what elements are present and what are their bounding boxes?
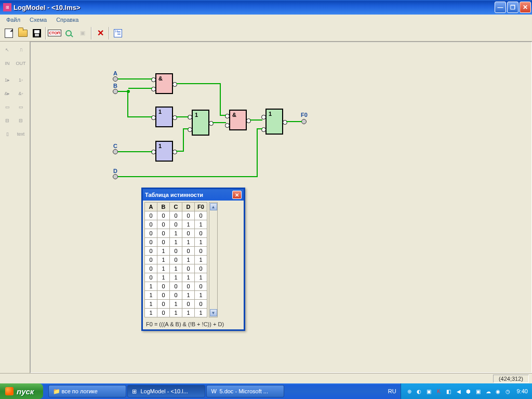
wire [250, 119, 262, 121]
open-button[interactable] [16, 26, 30, 40]
nand-gate-tool[interactable]: &◦ [15, 87, 27, 100]
input-node-d[interactable] [113, 174, 118, 179]
taskbar-item-0[interactable]: 📁все по логике [48, 385, 126, 397]
input-node-c[interactable] [113, 149, 118, 154]
truth-table-titlebar[interactable]: Таблица истинности ✕ [143, 189, 244, 201]
display-tool[interactable]: ▯ [1, 128, 14, 140]
truth-header: C [170, 203, 182, 211]
wire [286, 121, 302, 122]
input-tool[interactable]: IN [1, 57, 14, 70]
wire [257, 128, 262, 129]
wire-tool[interactable]: ⎍ [15, 44, 27, 56]
wire [257, 128, 258, 177]
input-node-b[interactable] [113, 89, 118, 94]
wire [220, 83, 221, 115]
taskbar-items: 📁все по логике ⊞LogModel - <10.l... W5.d… [43, 383, 383, 399]
nor-gate-tool[interactable]: 1◦ [15, 74, 27, 86]
truth-header: F0 [195, 203, 207, 211]
gate-not-b[interactable]: 1 [155, 107, 173, 127]
truth-table-title: Таблица истинности [145, 192, 232, 198]
statusbar: (424;312) [0, 373, 532, 383]
close-button[interactable]: ✕ [520, 2, 531, 13]
tray-icon[interactable]: ◀ [455, 387, 463, 395]
separator [45, 27, 46, 39]
table-row: 10011 [145, 291, 207, 300]
status-coords: (424;312) [493, 375, 529, 383]
stop-button[interactable]: СТОП [48, 26, 61, 40]
truth-table-close-button[interactable]: ✕ [232, 191, 242, 199]
truthtable-button[interactable] [111, 26, 125, 40]
label-f0: F0 [301, 112, 308, 118]
menu-help[interactable]: Справка [52, 16, 83, 24]
wire [127, 116, 152, 117]
label-d: D [113, 168, 117, 174]
gate-or-2[interactable]: 1 [265, 109, 283, 135]
tool-palette: ↖⎍ INOUT 1▸1◦ &▸&◦ ▭▭ ⊟⊟ ▯text [0, 42, 30, 373]
tray-icon[interactable]: ◉ [494, 387, 502, 395]
gate-tool-3[interactable]: ▭ [1, 101, 14, 113]
table-row: 01111 [145, 273, 207, 282]
canvas-grid [31, 42, 531, 373]
start-button[interactable]: пуск [0, 383, 43, 399]
list-icon [114, 29, 122, 37]
gate-or-1[interactable]: 1 [192, 110, 209, 136]
gate-not-c[interactable]: 1 [155, 141, 173, 162]
titlebar: ⊞ LogModel - <10.lms> — ❐ ✕ [0, 0, 532, 15]
minimize-button[interactable]: — [495, 2, 506, 13]
gate-tool-4[interactable]: ▭ [15, 101, 27, 113]
menubar: Файл Схема Справка [0, 15, 532, 25]
taskbar-item-1[interactable]: ⊞LogModel - <10.l... [127, 385, 205, 397]
wire [176, 151, 183, 152]
toolbar: СТОП ▣ ✕ [0, 25, 532, 42]
zoom-button[interactable] [62, 26, 75, 40]
gate-tool-5[interactable]: ⊟ [1, 114, 14, 127]
tray-clock[interactable]: 9:40 [517, 388, 528, 394]
wire [118, 151, 152, 152]
folder-icon: 📁 [53, 388, 59, 394]
tray-icon[interactable]: ◐ [415, 387, 423, 395]
truth-table-window[interactable]: Таблица истинности ✕ ABCDF0 000000001100… [141, 188, 245, 331]
taskbar-item-2[interactable]: W5.doc - Microsoft ... [206, 385, 284, 397]
or-gate-tool[interactable]: 1▸ [1, 74, 14, 86]
tray-icon[interactable]: ☁ [484, 387, 493, 395]
run-button: ▣ [76, 26, 89, 40]
app-icon: ⊞ [132, 388, 138, 394]
table-row: 10000 [145, 282, 207, 291]
gate-and-1[interactable]: & [155, 73, 173, 94]
wire [127, 91, 128, 117]
maximize-button[interactable]: ❐ [507, 2, 518, 13]
gate-and-2[interactable]: & [229, 110, 247, 130]
tray-icon[interactable]: ◷ [504, 387, 512, 395]
wire [177, 83, 220, 84]
table-row: 10111 [145, 309, 207, 317]
truth-table-scrollbar[interactable]: ▲ ▼ [209, 202, 218, 317]
output-node-f0[interactable] [301, 119, 307, 124]
pointer-tool[interactable]: ↖ [1, 44, 14, 56]
truth-header: B [157, 203, 170, 211]
text-tool[interactable]: text [15, 128, 27, 140]
tray-icon[interactable]: ◧ [445, 387, 453, 395]
canvas[interactable]: A B C D & 1 1 1 & 1 [30, 42, 532, 373]
save-icon [33, 29, 41, 37]
output-tool[interactable]: OUT [15, 57, 27, 70]
menu-schema[interactable]: Схема [25, 16, 51, 24]
tray-icon[interactable]: ⊕ [405, 387, 414, 395]
save-button[interactable] [30, 26, 44, 40]
language-indicator[interactable]: RU [384, 388, 401, 394]
and-gate-tool[interactable]: &▸ [1, 87, 14, 100]
new-button[interactable] [2, 26, 16, 40]
tray-icon[interactable]: ▣ [425, 387, 433, 395]
wire [220, 115, 226, 116]
table-row: 00000 [145, 211, 207, 220]
scroll-up-button[interactable]: ▲ [210, 203, 217, 210]
tray-icon[interactable]: K [435, 387, 443, 395]
table-row: 00100 [145, 229, 207, 238]
tray-icon[interactable]: ⬢ [464, 387, 473, 395]
scroll-down-button[interactable]: ▼ [210, 309, 217, 316]
wire [183, 128, 184, 152]
menu-file[interactable]: Файл [2, 16, 24, 24]
gate-tool-6[interactable]: ⊟ [15, 114, 27, 127]
input-node-a[interactable] [113, 76, 118, 82]
tray-icon[interactable]: ▣ [474, 387, 483, 395]
delete-button[interactable]: ✕ [94, 26, 107, 40]
